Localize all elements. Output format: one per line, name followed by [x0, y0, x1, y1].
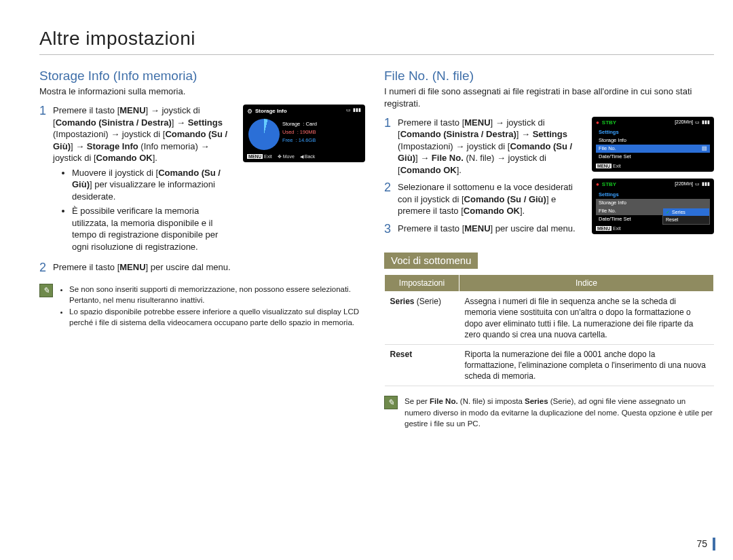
note-item: Se non sono inseriti supporti di memoriz… [69, 284, 365, 305]
pie-chart-icon [248, 119, 280, 150]
note-icon: ✎ [39, 284, 53, 297]
note-box: ✎ Se non sono inseriti supporti di memor… [39, 284, 365, 327]
screen-title: Storage Info [255, 108, 287, 115]
page-title: Altre impostazioni [39, 26, 714, 55]
file-no-desc: I numeri di file sono assegnati ai file … [384, 86, 714, 109]
file-no-heading: File No. (N. file) [384, 67, 714, 85]
right-column: File No. (N. file) I numeri di file sono… [384, 67, 714, 429]
storage-info-screen: ⚙ Storage Info ▭ ▮▮▮ Storage : Card Used… [243, 105, 365, 162]
step-2-body: Premere il tasto [MENU] per uscire dal m… [53, 261, 365, 274]
card-icon: ▭ [695, 119, 700, 125]
th-impostazioni: Impostazioni [385, 274, 459, 291]
note-text: Se per File No. (N. file) si imposta Ser… [405, 396, 714, 428]
table-row: Reset Riporta la numerazione dei file a … [385, 344, 714, 386]
step-1-body: Premere il tasto [MENU] → joystick di [C… [53, 105, 235, 256]
table-row: Series (Serie) Assegna i numeri di file … [385, 292, 714, 345]
page-icon: ▤ [702, 145, 707, 152]
battery-icon: ▮▮▮ [702, 181, 710, 187]
th-indice: Indice [459, 274, 714, 291]
battery-icon: ▮▮▮ [702, 119, 710, 125]
rec-icon: ● [596, 119, 599, 127]
card-icon: ▭ [346, 107, 351, 113]
page-number: 75 [696, 538, 715, 550]
storage-info-desc: Mostra le informazioni sulla memoria. [39, 86, 365, 98]
file-no-screen-2: ● STBY [220Min] ▭ ▮▮▮ Settings Storage I… [592, 179, 714, 234]
step-r3: Premere il tasto [MENU] per uscire dal m… [398, 223, 584, 235]
gear-icon: ⚙ [247, 107, 252, 115]
submenu-popup: Series Reset [662, 208, 710, 225]
card-icon: ▭ [695, 181, 700, 187]
step-number: 2 [39, 261, 53, 275]
step-r2: Selezionare il sottomenu e la voce desid… [398, 181, 584, 217]
left-column: Storage Info (Info memoria) Mostra le in… [39, 67, 365, 429]
rec-icon: ● [596, 181, 599, 189]
note-box: ✎ Se per File No. (N. file) si imposta S… [384, 396, 714, 428]
submenu-title: Voci di sottomenu [384, 253, 478, 269]
step-number: 2 [384, 181, 398, 195]
file-no-screen-1: ● STBY [220Min] ▭ ▮▮▮ Settings Storage I… [592, 117, 714, 172]
note-icon: ✎ [384, 396, 398, 409]
bullet: Muovere il joystick di [Comando (Su / Gi… [72, 167, 235, 203]
battery-icon: ▮▮▮ [353, 107, 361, 113]
check-icon [666, 210, 672, 214]
step-number: 3 [384, 223, 398, 236]
step-number: 1 [39, 105, 53, 118]
step-number: 1 [384, 117, 398, 130]
bullet: È possibile verificare la memoria utiliz… [72, 205, 235, 253]
step-r1: Premere il tasto [MENU] → joystick di [C… [398, 117, 584, 176]
submenu-table: Impostazioni Indice Series (Serie) Asseg… [384, 274, 714, 387]
storage-info-heading: Storage Info (Info memoria) [39, 67, 365, 85]
note-item: Lo spazio disponibile potrebbe essere in… [69, 306, 365, 328]
